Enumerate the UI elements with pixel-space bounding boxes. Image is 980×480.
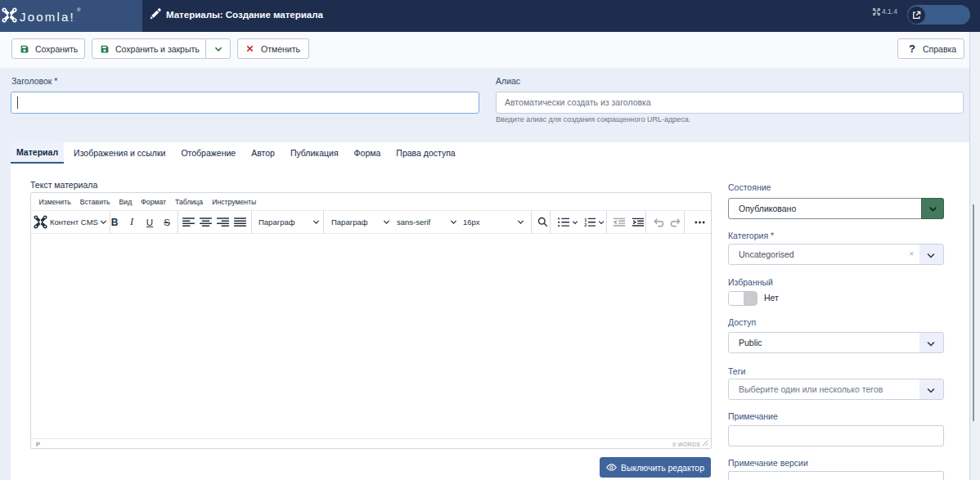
svg-text:2: 2: [584, 222, 587, 227]
svg-text:1: 1: [584, 218, 587, 222]
